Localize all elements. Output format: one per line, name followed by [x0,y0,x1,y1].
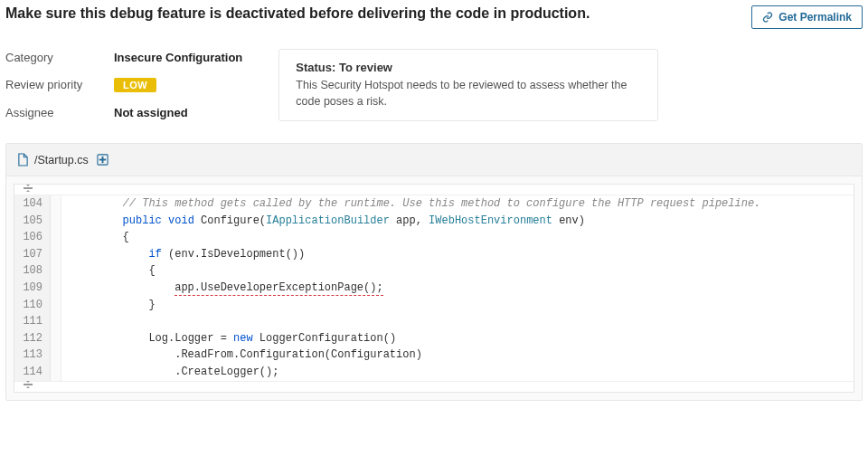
line-number: 104 [14,195,51,213]
code-content: .ReadFrom.Configuration(Configuration) [61,347,422,364]
svg-rect-2 [101,157,103,163]
code-line: 104 // This method gets called by the ru… [14,195,854,213]
status-card: Status: To review This Security Hotspot … [278,49,658,121]
code-content: { [61,262,156,280]
status-title: Status: To review [296,61,641,74]
line-number: 114 [14,364,51,381]
line-number: 107 [14,246,51,263]
gutter [51,313,61,330]
code-line: 113 .ReadFrom.Configuration(Configuratio… [14,347,854,364]
file-icon [17,153,29,166]
line-number: 113 [14,347,51,364]
code-content: app.UseDeveloperExceptionPage(); [61,280,383,297]
header-row: Make sure this debug feature is deactiva… [5,5,863,29]
meta-grid: Category Insecure Configuration Review p… [5,49,242,121]
code-lines: 104 // This method gets called by the ru… [14,195,854,381]
get-permalink-button[interactable]: Get Permalink [751,5,863,29]
code-line: 112 Log.Logger = new LoggerConfiguration… [14,330,854,347]
gutter [51,213,61,230]
line-number: 109 [14,280,51,297]
code-content: if (env.IsDevelopment()) [61,246,305,263]
code-wrap: 104 // This method gets called by the ru… [6,176,862,400]
fold-below[interactable] [14,381,854,392]
fold-above[interactable] [14,185,854,195]
fold-icon [24,379,69,394]
gutter [51,364,61,381]
line-number: 105 [14,213,51,230]
file-header: /Startup.cs [6,144,862,176]
link-icon [762,12,773,23]
gutter [51,195,61,213]
code-content: public void Configure(IApplicationBuilde… [61,213,585,230]
code-content: } [61,297,156,314]
code-line: 111 [14,313,854,330]
permalink-label: Get Permalink [778,11,852,24]
line-number: 110 [14,297,51,314]
status-description: This Security Hotspot needs to be review… [296,78,641,109]
file-path[interactable]: /Startup.cs [34,154,89,166]
gutter [51,280,61,297]
category-value: Insecure Configuration [114,51,242,64]
code-content: .CreateLogger(); [61,364,278,381]
code-content: { [61,229,129,246]
gutter [51,229,61,246]
fold-icon [24,183,69,197]
code-line: 108 { [14,262,854,280]
line-number: 112 [14,330,51,347]
code-line: 105 public void Configure(IApplicationBu… [14,213,854,230]
code-line: 106 { [14,229,854,246]
line-number: 106 [14,229,51,246]
gutter [51,330,61,347]
assignee-value[interactable]: Not assigned [114,106,242,119]
expand-icon[interactable] [94,154,108,166]
gutter [51,297,61,314]
code-line: 109 app.UseDeveloperExceptionPage(); [14,280,854,297]
code-content: // This method gets called by the runtim… [61,195,760,213]
code-panel: /Startup.cs 104 // This method gets call… [5,143,863,401]
gutter [51,347,61,364]
priority-label: Review priority [5,78,114,91]
status-value: To review [339,61,392,74]
issue-detail-panel: Make sure this debug feature is deactiva… [5,5,863,401]
code-line: 107 if (env.IsDevelopment()) [14,246,854,263]
issue-title: Make sure this debug feature is deactiva… [5,5,590,22]
code-line: 110 } [14,297,854,314]
gutter [51,262,61,280]
priority-badge: LOW [114,78,156,92]
priority-value-wrap: LOW [114,78,242,92]
code-content: Log.Logger = new LoggerConfiguration() [61,330,396,347]
assignee-label: Assignee [5,106,114,119]
gutter [51,246,61,263]
code-block[interactable]: 104 // This method gets called by the ru… [14,184,854,393]
line-number: 108 [14,262,51,280]
code-line: 114 .CreateLogger(); [14,364,854,381]
code-content [61,313,71,330]
meta-row: Category Insecure Configuration Review p… [5,49,863,121]
status-label: Status: [296,61,335,74]
line-number: 111 [14,313,51,330]
category-label: Category [5,51,114,64]
